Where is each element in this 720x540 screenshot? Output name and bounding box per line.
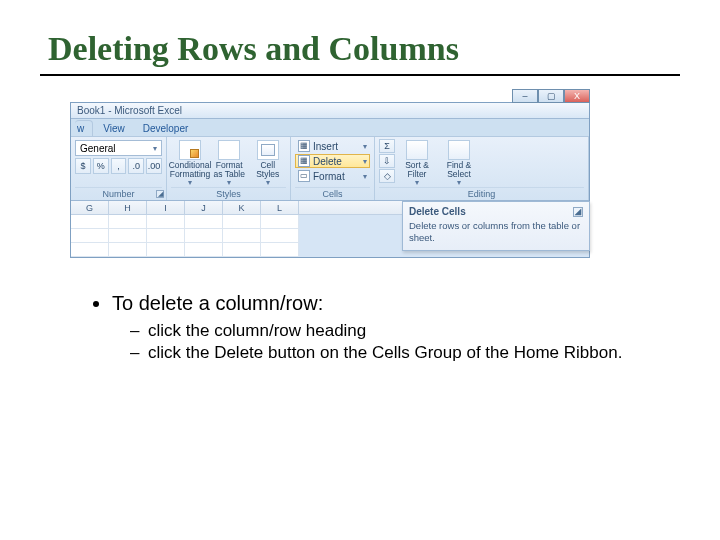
chevron-down-icon: ▾ [227, 179, 231, 187]
grid-cell[interactable] [147, 243, 185, 257]
column-header[interactable]: L [261, 201, 299, 214]
grid-cell[interactable] [223, 243, 261, 257]
column-header[interactable]: H [109, 201, 147, 214]
grid-cell[interactable] [223, 215, 261, 229]
editing-group: Σ ⇩ ◇ Sort & Filter ▾ Find & Select ▾ [375, 137, 589, 200]
grid-cell[interactable] [261, 243, 299, 257]
decrease-decimal-button[interactable]: .00 [146, 158, 162, 174]
find-select-label: Find & Select [440, 161, 478, 179]
format-button[interactable]: ▭ Format ▾ [295, 169, 370, 183]
ribbon-tabs: w View Developer [71, 119, 589, 137]
grid-cell[interactable] [109, 243, 147, 257]
chevron-down-icon: ▾ [153, 144, 157, 153]
format-as-table-icon [218, 140, 240, 160]
column-header[interactable]: G [71, 201, 109, 214]
format-as-table-label: Format as Table [212, 161, 247, 179]
window-controls: – ▢ X [512, 89, 590, 103]
grid-cell[interactable] [261, 229, 299, 243]
insert-button[interactable]: ▦ Insert ▾ [295, 139, 370, 153]
tooltip-body: Delete rows or columns from the table or… [409, 220, 583, 244]
styles-group-label: Styles [171, 187, 286, 200]
number-dialog-launcher[interactable]: ◢ [156, 190, 164, 198]
grid-cell[interactable] [223, 229, 261, 243]
sort-filter-icon [406, 140, 428, 160]
cell-styles-icon [257, 140, 279, 160]
grid-cell[interactable] [71, 243, 109, 257]
grid-cell[interactable] [261, 215, 299, 229]
chevron-down-icon: ▾ [363, 142, 367, 151]
number-format-dropdown[interactable]: General ▾ [75, 140, 162, 156]
insert-label: Insert [313, 141, 338, 152]
bullet-sub-1: click the column/row heading [134, 321, 680, 341]
grid-cell[interactable] [71, 215, 109, 229]
grid-cell[interactable] [185, 229, 223, 243]
delete-label: Delete [313, 156, 342, 167]
cells-group: ▦ Insert ▾ ▦ Delete ▾ ▭ Format ▾ [291, 137, 375, 200]
comma-style-button[interactable]: , [111, 158, 127, 174]
chevron-down-icon: ▾ [363, 172, 367, 181]
format-label: Format [313, 171, 345, 182]
close-button[interactable]: X [564, 89, 590, 103]
cell-styles-button[interactable]: Cell Styles ▾ [250, 139, 287, 187]
increase-decimal-button[interactable]: .0 [128, 158, 144, 174]
conditional-formatting-icon [179, 140, 201, 160]
chevron-down-icon: ▾ [457, 179, 461, 187]
find-select-button[interactable]: Find & Select ▾ [439, 139, 479, 187]
excel-screenshot: – ▢ X Book1 - Microsoft Excel w View Dev… [70, 102, 590, 258]
column-header[interactable]: K [223, 201, 261, 214]
tab-partial[interactable]: w [75, 120, 93, 136]
tooltip-title: Delete Cells [409, 206, 466, 217]
percent-button[interactable]: % [93, 158, 109, 174]
styles-group: Conditional Formatting ▾ Format as Table… [167, 137, 291, 200]
slide-title: Deleting Rows and Columns [48, 30, 680, 68]
cells-group-label: Cells [295, 187, 370, 200]
conditional-formatting-button[interactable]: Conditional Formatting ▾ [171, 139, 209, 187]
grid-cell[interactable] [109, 229, 147, 243]
column-header[interactable]: I [147, 201, 185, 214]
number-group: General ▾ $ % , .0 .00 Number ◢ [71, 137, 167, 200]
insert-icon: ▦ [298, 140, 310, 152]
window-titlebar: Book1 - Microsoft Excel [71, 103, 589, 119]
number-format-value: General [80, 143, 116, 154]
ribbon: General ▾ $ % , .0 .00 Number ◢ Condi [71, 137, 589, 201]
title-underline [40, 74, 680, 76]
grid-cell[interactable] [71, 229, 109, 243]
grid-cell[interactable] [147, 215, 185, 229]
cell-styles-label: Cell Styles [251, 161, 286, 179]
bullet-main: To delete a column/row: [112, 292, 680, 315]
tab-view[interactable]: View [95, 120, 133, 136]
delete-icon: ▦ [298, 155, 310, 167]
find-select-icon [448, 140, 470, 160]
grid-cell[interactable] [185, 215, 223, 229]
number-group-label: Number [75, 187, 162, 200]
sort-filter-button[interactable]: Sort & Filter ▾ [397, 139, 437, 187]
column-header[interactable]: J [185, 201, 223, 214]
window-title-text: Book1 - Microsoft Excel [77, 105, 182, 116]
slide-bullets: To delete a column/row: click the column… [90, 292, 680, 363]
fill-button[interactable]: ⇩ [379, 154, 395, 168]
chevron-down-icon: ▾ [266, 179, 270, 187]
delete-cells-tooltip: Delete Cells ◢ Delete rows or columns fr… [402, 201, 590, 251]
clear-button[interactable]: ◇ [379, 169, 395, 183]
editing-group-label: Editing [379, 187, 584, 200]
chevron-down-icon: ▾ [415, 179, 419, 187]
conditional-formatting-label: Conditional Formatting [169, 161, 212, 179]
tooltip-launcher-icon: ◢ [573, 207, 583, 217]
format-as-table-button[interactable]: Format as Table ▾ [211, 139, 248, 187]
grid-cell[interactable] [185, 243, 223, 257]
maximize-button[interactable]: ▢ [538, 89, 564, 103]
currency-button[interactable]: $ [75, 158, 91, 174]
format-icon: ▭ [298, 170, 310, 182]
autosum-button[interactable]: Σ [379, 139, 395, 153]
tab-developer[interactable]: Developer [135, 120, 197, 136]
bullet-sub-2: click the Delete button on the Cells Gro… [134, 343, 680, 363]
chevron-down-icon: ▾ [188, 179, 192, 187]
grid-cell[interactable] [147, 229, 185, 243]
sort-filter-label: Sort & Filter [398, 161, 436, 179]
chevron-down-icon: ▾ [363, 157, 367, 166]
delete-button[interactable]: ▦ Delete ▾ [295, 154, 370, 168]
minimize-button[interactable]: – [512, 89, 538, 103]
grid-cell[interactable] [109, 215, 147, 229]
